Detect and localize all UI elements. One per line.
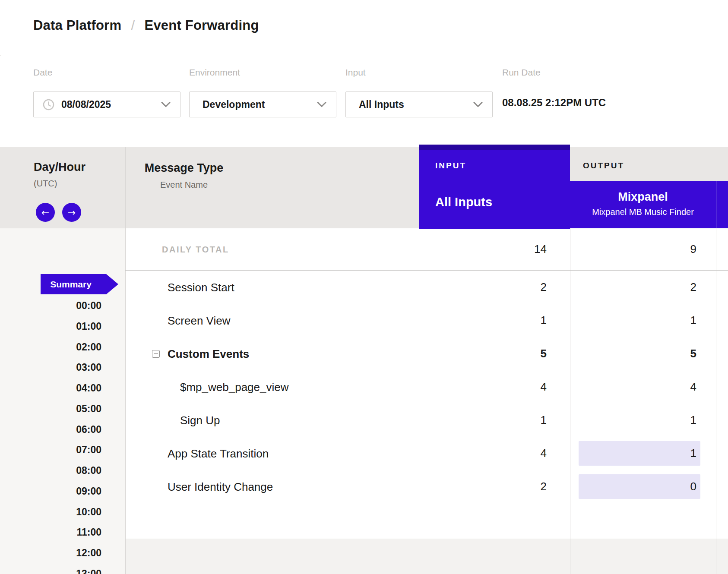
clock-icon [43,99,54,110]
summary-label: Summary [50,279,92,290]
environment-dropdown[interactable]: Development [189,91,336,117]
output-name: Mixpanel [570,190,716,204]
chevron-down-icon [317,102,326,107]
daily-total-output-count: 9 [570,228,716,270]
input-dropdown[interactable]: All Inputs [345,91,493,117]
table-row: Screen View 1 1 [0,304,728,337]
input-count: 4 [419,370,570,404]
output-column-header[interactable]: Mixpanel Mixpanel MB Music Finder [570,181,716,228]
input-count: 4 [419,437,570,470]
hour-row-label[interactable]: 13:00 [0,567,101,574]
event-name: Sign Up [180,413,220,427]
arrow-left-icon: ← [41,207,49,218]
grid-footer-area [125,539,728,574]
output-header-label: OUTPUT [583,161,624,170]
prev-day-button[interactable]: ← [36,203,55,222]
filter-bar: Date Environment Input Run Date 08/08/20… [0,56,728,147]
event-name: App State Transition [168,447,269,460]
event-name: Session Start [168,281,234,294]
input-value: All Inputs [359,99,404,110]
page-title: Event Forwarding [145,18,259,33]
event-name: $mp_web_page_view [180,380,289,394]
table-row: User Identity Change 2 0 [0,470,728,503]
run-date-value: 08.08.25 2:12PM UTC [502,97,606,109]
date-filter-label: Date [33,67,52,78]
output-count: 1 [570,404,716,437]
output-count: 1 [570,437,716,470]
message-type-title: Message Type [137,161,231,175]
hour-row-label[interactable]: 08:00 [0,464,101,477]
input-column-header-stripe [419,145,570,150]
chevron-down-icon [161,102,171,107]
day-hour-subtitle: (UTC) [34,179,85,189]
environment-value: Development [203,99,265,110]
hour-row-label[interactable]: 06:00 [0,423,101,436]
hour-row-label[interactable]: 02:00 [0,340,101,354]
input-header-label: INPUT [435,161,466,170]
hour-row-label[interactable]: 04:00 [0,381,101,395]
event-rows: Session Start 2 2 Screen View 1 1 Custom… [0,271,728,503]
input-count: 2 [419,470,570,503]
hour-row-label[interactable]: 09:00 [0,484,101,498]
input-count: 1 [419,404,570,437]
daily-total-label: DAILY TOTAL [162,244,229,254]
hour-row-label[interactable]: 07:00 [0,443,101,457]
breadcrumb-section[interactable]: Data Platform [33,18,121,33]
hour-row-label[interactable]: 05:00 [0,402,101,416]
output-count: 2 [570,271,716,304]
output-count: 1 [570,304,716,337]
arrow-right-icon: → [68,207,76,218]
hour-row-label[interactable]: 03:00 [0,360,101,374]
message-type-header: Message Type Event Name [137,161,231,190]
highlight-cell [579,441,700,466]
input-count: 2 [419,271,570,304]
event-name: User Identity Change [168,480,273,493]
input-count: 5 [419,337,570,370]
breadcrumb-separator: / [131,17,135,34]
date-value: 08/08/2025 [61,99,111,110]
date-dropdown[interactable]: 08/08/2025 [33,91,180,117]
table-row: Sign Up 1 1 [0,404,728,437]
run-date-label: Run Date [502,67,541,78]
hour-row-label[interactable]: 01:00 [0,319,101,333]
daily-total-row: DAILY TOTAL 14 9 [0,228,728,270]
day-hour-title: Day/Hour [34,161,85,174]
output-subtitle: Mixpanel MB Music Finder [570,207,716,217]
input-column-header[interactable]: INPUT All Inputs [419,145,570,229]
next-output-column-partial [716,181,728,228]
output-count: 5 [570,337,716,370]
table-row: $mp_web_page_view 4 4 [0,370,728,404]
hour-row-label[interactable]: 10:00 [0,505,101,519]
daily-total-input-count: 14 [419,228,570,270]
environment-filter-label: Environment [189,67,240,78]
table-row: App State Transition 4 1 [0,437,728,470]
day-hour-header: Day/Hour (UTC) [34,161,85,189]
message-type-subtitle: Event Name [137,180,231,190]
table-row: Custom Events 5 5 [0,337,728,370]
hour-row-label[interactable]: 12:00 [0,546,101,560]
event-name: Screen View [168,314,231,327]
breadcrumb: Data Platform / Event Forwarding [33,17,259,34]
summary-tab[interactable]: Summary [41,274,118,294]
top-bar: Data Platform / Event Forwarding [0,0,728,55]
event-name: Custom Events [168,347,249,360]
highlight-cell [579,474,700,499]
hour-row-label[interactable]: 11:00 [0,525,101,539]
next-day-button[interactable]: → [62,203,81,222]
hour-row-label[interactable]: 00:00 [0,299,101,312]
input-filter-label: Input [345,67,366,78]
collapse-icon[interactable] [152,350,160,358]
input-count: 1 [419,304,570,337]
chevron-down-icon [473,102,483,107]
input-header-value: All Inputs [435,195,492,209]
output-count: 0 [570,470,716,503]
output-count: 4 [570,370,716,404]
